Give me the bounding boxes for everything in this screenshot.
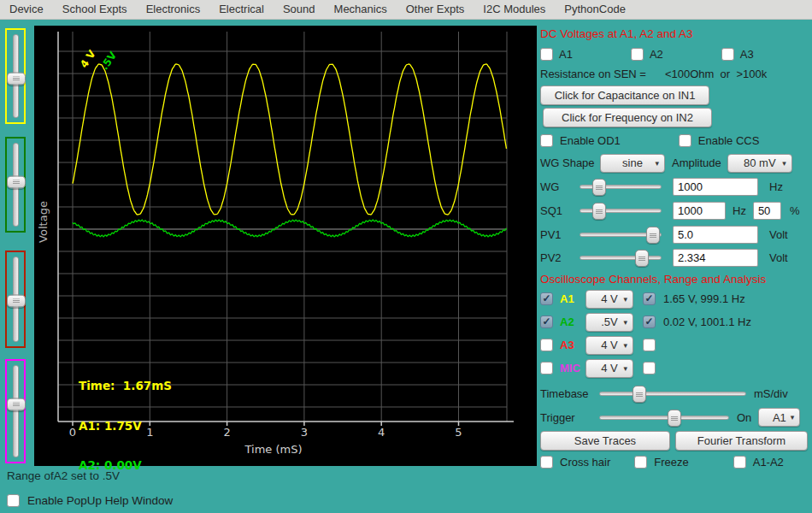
menu-electrical[interactable]: Electrical [209,0,274,19]
chevron-down-icon: ▾ [782,159,786,168]
trigger-slider-thumb[interactable] [668,410,681,427]
menu-electronics[interactable]: Electronics [137,0,210,19]
dc-a2-label: A2 [650,48,663,61]
pv2-slider-thumb[interactable] [635,250,649,267]
dc-voltages-title: DC Voltages at A1, A2 and A3 [540,27,693,40]
menu-device[interactable]: Device [0,0,53,19]
capacitance-button[interactable]: Click for Capacitance on IN1 [540,86,709,105]
help-row: Enable PopUp Help Window [7,494,173,507]
a3-offset-slider[interactable] [5,251,26,348]
control-panel: DC Voltages at A1, A2 and A3 A1 A2 A3 Re… [540,26,809,472]
channel-row-a2: A2 .5V ▾ 0.02 V, 1001.1 Hz [540,310,809,333]
pv1-unit: Volt [769,228,788,241]
timebase-slider[interactable] [599,385,746,402]
x-tick-4: 4 [376,426,386,439]
pv2-label: PV2 [540,251,580,264]
a2-analysis-checkbox[interactable] [643,315,656,328]
menu-mechanics[interactable]: Mechanics [325,0,397,19]
timebase-label: Timebase [540,387,599,400]
a1-offset-slider[interactable] [5,28,26,124]
pv2-slider[interactable] [580,249,662,266]
pv1-slider-thumb[interactable] [646,227,660,244]
enable-od1-checkbox[interactable] [540,134,553,147]
save-traces-button[interactable]: Save Traces [540,431,670,451]
a2-offset-thumb[interactable] [7,175,26,188]
a1-range-select[interactable]: 4 V ▾ [585,290,633,309]
a2-range-select[interactable]: .5V ▾ [585,313,633,332]
bottom-checkbox-row: Cross hair Freeze A1-A2 [540,452,809,472]
y-axis-label: Voltage [37,201,50,243]
x-tick-5: 5 [454,426,464,439]
mic-range-value: 4 V [601,362,618,374]
mic-analysis-checkbox[interactable] [643,362,656,374]
wg-slider-thumb[interactable] [592,179,606,196]
mic-channel-label: MIC [560,362,585,374]
menu-sound[interactable]: Sound [274,0,325,19]
freeze-checkbox[interactable] [634,456,647,469]
dc-a2-checkbox[interactable] [631,48,644,61]
trigger-label: Trigger [540,411,599,424]
mic-range-select[interactable]: 4 V ▾ [585,359,633,378]
a2-range-value: .5V [601,315,618,328]
oscilloscope-display[interactable]: Voltage Time (mS) 0 1 2 3 4 5 4 V .5V Ti… [34,26,537,466]
mic-offset-slider[interactable] [5,359,26,463]
trigger-channel-value: A1 [773,411,786,424]
sq1-slider-thumb[interactable] [592,203,606,220]
menu-other-expts[interactable]: Other Expts [397,0,474,19]
wg-frequency-input[interactable] [673,178,758,196]
trigger-slider[interactable] [599,409,729,426]
pv2-unit: Volt [769,251,788,264]
x-tick-2: 2 [222,426,232,439]
frequency-button[interactable]: Click for Frequency on IN2 [543,108,712,127]
sq1-frequency-input[interactable] [673,202,726,220]
chevron-down-icon: ▾ [623,341,627,350]
pv2-voltage-input[interactable] [673,249,758,267]
a1-offset-thumb[interactable] [7,73,26,86]
sq1-slider[interactable] [580,202,662,219]
a1-enable-checkbox[interactable] [540,292,553,305]
wg-shape-value: sine [622,156,643,169]
dc-a3-checkbox[interactable] [721,48,734,61]
dc-a1-checkbox[interactable] [540,48,553,61]
wg-shape-label: WG Shape [540,156,600,169]
sq1-duty-unit: % [790,204,800,217]
a3-offset-thumb[interactable] [7,295,26,308]
a3-enable-checkbox[interactable] [540,339,553,351]
trigger-channel-select[interactable]: A1 ▾ [758,408,800,427]
timebase-unit: mS/div [754,387,788,400]
x-tick-3: 3 [299,426,309,439]
sq1-duty-input[interactable] [753,202,781,220]
pv1-voltage-input[interactable] [673,226,758,244]
chevron-down-icon: ▾ [623,364,627,373]
a2-enable-checkbox[interactable] [540,315,553,328]
enable-ccs-checkbox[interactable] [679,134,691,147]
menu-pythoncode[interactable]: PythonCode [555,0,635,19]
cross-hair-checkbox[interactable] [540,456,553,469]
dc-checkbox-row: A1 A2 A3 [540,44,809,63]
menu-school-expts[interactable]: School Expts [53,0,137,19]
cross-hair-label: Cross hair [560,456,610,469]
a3-analysis-checkbox[interactable] [643,339,656,351]
menu-bar: Device School Expts Electronics Electric… [0,0,812,20]
mic-offset-track[interactable] [13,365,19,457]
mic-enable-checkbox[interactable] [540,362,553,374]
fourier-transform-button[interactable]: Fourier Transform [675,431,808,451]
a3-range-select[interactable]: 4 V ▾ [585,336,633,355]
wg-shape-select[interactable]: sine ▾ [600,154,665,173]
a1-analysis-checkbox[interactable] [643,292,656,305]
wg-slider[interactable] [580,178,662,195]
popup-help-checkbox[interactable] [7,494,20,507]
pv1-slider[interactable] [580,226,662,243]
readout-a1: A1: 1.75V [79,420,172,433]
a2-offset-slider[interactable] [5,137,26,233]
a2-analysis-value: 0.02 V, 1001.1 Hz [663,315,751,328]
amplitude-label: Amplitude [672,156,721,169]
a1-a2-checkbox[interactable] [733,456,746,469]
mic-offset-thumb[interactable] [7,398,26,410]
status-message: Range ofA2 set to .5V [7,469,120,482]
timebase-slider-thumb[interactable] [633,386,646,403]
a1-a2-label: A1-A2 [753,456,784,469]
menu-i2c-modules[interactable]: I2C Modules [474,0,555,19]
amplitude-select[interactable]: 80 mV ▾ [727,154,792,173]
a1-range-value: 4 V [601,292,618,305]
